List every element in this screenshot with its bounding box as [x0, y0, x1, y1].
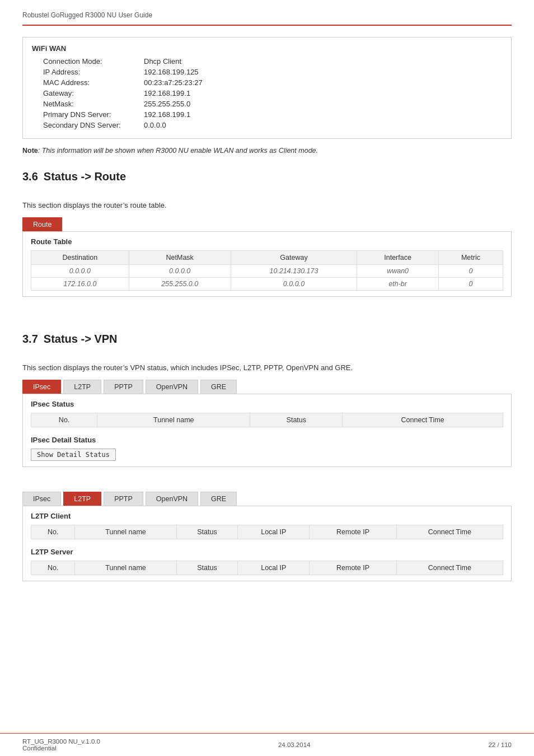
route-tab-bar: Route [22, 217, 512, 231]
tab-pptp-2[interactable]: PPTP [104, 492, 143, 506]
table-cell: 172.16.0.0 [31, 278, 129, 291]
section-37-number: 3.7 [22, 333, 38, 346]
ipsec-content-box: IPsec Status No.Tunnel nameStatusConnect… [22, 394, 512, 467]
wifi-wan-row: IP Address:192.168.199.125 [43, 68, 502, 76]
l2tp-client-col-header: Local IP [238, 525, 310, 539]
wifi-wan-box: WiFi WAN Connection Mode:Dhcp ClientIP A… [22, 37, 512, 139]
route-table-title: Route Table [31, 237, 503, 246]
table-cell: 10.214.130.173 [231, 265, 357, 278]
wifi-wan-field-value: 00:23:a7:25:23:27 [144, 78, 203, 87]
tab-gre-2[interactable]: GRE [200, 492, 237, 506]
wifi-wan-fields: Connection Mode:Dhcp ClientIP Address:19… [43, 57, 502, 129]
l2tp-client-col-header: Tunnel name [75, 525, 176, 539]
ipsec-status-table: No.Tunnel nameStatusConnect Time [31, 413, 503, 427]
section-37-heading: 3.7 Status -> VPN [22, 333, 512, 346]
footer-doc-id: RT_UG_R3000 NU_v.1.0.0 [22, 738, 100, 745]
l2tp-client-col-header: Connect Time [396, 525, 503, 539]
wifi-wan-field-label: Primary DNS Server: [43, 110, 144, 119]
l2tp-server-col-header: Connect Time [396, 561, 503, 575]
note-text: Note: This information will be shown whe… [22, 147, 512, 155]
ipsec-col-header: Tunnel name [97, 413, 250, 427]
wifi-wan-row: Gateway:192.168.199.1 [43, 89, 502, 97]
l2tp-server-col-header: Status [176, 561, 237, 575]
l2tp-client-table: No.Tunnel nameStatusLocal IPRemote IPCon… [31, 525, 503, 539]
l2tp-client-title: L2TP Client [31, 512, 503, 520]
ipsec-col-header: No. [31, 413, 97, 427]
tab-route[interactable]: Route [22, 217, 62, 231]
l2tp-client-col-header: Status [176, 525, 237, 539]
wifi-wan-field-value: 192.168.199.1 [144, 89, 190, 97]
footer-confidential: Confidential [22, 745, 100, 752]
table-row: 0.0.0.00.0.0.010.214.130.173wwan00 [31, 265, 503, 278]
ipsec-status-title: IPsec Status [31, 400, 503, 408]
route-table: DestinationNetMaskGatewayInterfaceMetric… [31, 250, 503, 291]
table-cell: 0 [438, 265, 503, 278]
wifi-wan-field-label: Secondary DNS Server: [43, 121, 144, 129]
l2tp-client-col-header: No. [31, 525, 75, 539]
section-36-description: This section displays the router’s route… [22, 201, 512, 209]
ipsec-col-header: Connect Time [343, 413, 503, 427]
wifi-wan-field-label: Connection Mode: [43, 57, 144, 66]
wifi-wan-field-label: MAC Address: [43, 78, 144, 87]
route-col-header: Metric [438, 251, 503, 265]
table-cell: eth-br [357, 278, 439, 291]
wifi-wan-field-value: 192.168.199.125 [144, 68, 199, 76]
l2tp-server-table: No.Tunnel nameStatusLocal IPRemote IPCon… [31, 561, 503, 575]
table-row: 172.16.0.0255.255.0.00.0.0.0eth-br0 [31, 278, 503, 291]
ipsec-col-header: Status [250, 413, 343, 427]
table-cell: wwan0 [357, 265, 439, 278]
route-col-header: Interface [357, 251, 439, 265]
wifi-wan-field-label: IP Address: [43, 68, 144, 76]
wifi-wan-row: Connection Mode:Dhcp Client [43, 57, 502, 66]
wifi-wan-row: NetMask:255.255.255.0 [43, 100, 502, 108]
wifi-wan-field-label: Gateway: [43, 89, 144, 97]
tab-gre-1[interactable]: GRE [200, 380, 237, 394]
tab-l2tp-1[interactable]: L2TP [63, 380, 101, 394]
wifi-wan-field-value: 255.255.255.0 [144, 100, 190, 108]
section-36-title: Status -> Route [44, 170, 126, 183]
l2tp-server-col-header: No. [31, 561, 75, 575]
l2tp-client-col-header: Remote IP [310, 525, 396, 539]
l2tp-server-col-header: Remote IP [310, 561, 396, 575]
footer-page: 22 / 110 [488, 741, 512, 748]
wifi-wan-field-label: NetMask: [43, 100, 144, 108]
route-col-header: Gateway [231, 251, 357, 265]
footer-date: 24.03.2014 [278, 741, 311, 748]
route-col-header: Destination [31, 251, 129, 265]
tab-openvpn-2[interactable]: OpenVPN [146, 492, 198, 506]
page-footer: RT_UG_R3000 NU_v.1.0.0 Confidential 24.0… [0, 733, 534, 756]
wifi-wan-field-value: Dhcp Client [144, 57, 181, 66]
route-col-header: NetMask [129, 251, 231, 265]
wifi-wan-row: MAC Address:00:23:a7:25:23:27 [43, 78, 502, 87]
tab-ipsec-1[interactable]: IPsec [22, 380, 61, 394]
show-detail-button[interactable]: Show Detail Status [31, 449, 116, 461]
tab-l2tp-2[interactable]: L2TP [63, 492, 101, 506]
note-label: Note [22, 147, 38, 155]
note-content: : This information will be shown when R3… [38, 147, 318, 155]
wifi-wan-row: Secondary DNS Server:0.0.0.0 [43, 121, 502, 129]
tab-ipsec-2[interactable]: IPsec [22, 492, 61, 506]
l2tp-server-col-header: Local IP [238, 561, 310, 575]
route-content-box: Route Table DestinationNetMaskGatewayInt… [22, 231, 512, 297]
section-37-title: Status -> VPN [44, 333, 118, 346]
wifi-wan-field-value: 192.168.199.1 [144, 110, 190, 119]
section-37-description: This section displays the router’s VPN s… [22, 363, 512, 372]
vpn-tab-bar-2: IPsec L2TP PPTP OpenVPN GRE [22, 492, 512, 506]
wifi-wan-title: WiFi WAN [32, 44, 502, 53]
section-36-heading: 3.6 Status -> Route [22, 170, 512, 183]
l2tp-content-box: L2TP Client No.Tunnel nameStatusLocal IP… [22, 506, 512, 581]
page-header: Robustel GoRugged R3000 NU User Guide [22, 11, 512, 26]
l2tp-server-title: L2TP Server [31, 548, 503, 556]
footer-left: RT_UG_R3000 NU_v.1.0.0 Confidential [22, 738, 100, 752]
table-cell: 0.0.0.0 [231, 278, 357, 291]
header-title: Robustel GoRugged R3000 NU User Guide [22, 11, 152, 19]
wifi-wan-field-value: 0.0.0.0 [144, 121, 166, 129]
wifi-wan-row: Primary DNS Server:192.168.199.1 [43, 110, 502, 119]
vpn-tab-bar-1: IPsec L2TP PPTP OpenVPN GRE [22, 380, 512, 394]
section-36-number: 3.6 [22, 170, 38, 183]
table-cell: 0.0.0.0 [31, 265, 129, 278]
table-cell: 0.0.0.0 [129, 265, 231, 278]
tab-pptp-1[interactable]: PPTP [104, 380, 143, 394]
table-cell: 255.255.0.0 [129, 278, 231, 291]
tab-openvpn-1[interactable]: OpenVPN [146, 380, 198, 394]
